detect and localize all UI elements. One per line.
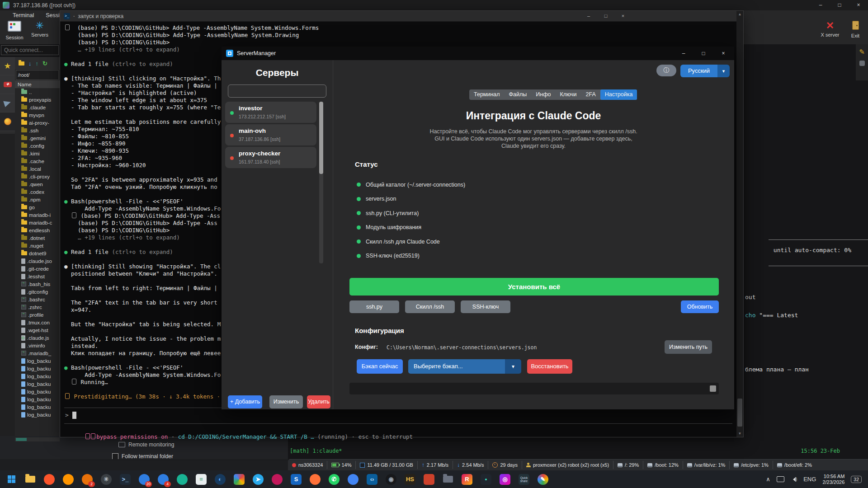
quick-share-icon[interactable]: Quick share [517, 473, 531, 486]
hearthstone-icon[interactable]: HS [403, 473, 417, 486]
dark-folder-icon[interactable] [441, 473, 455, 486]
vscode-icon[interactable]: ‹› [365, 473, 379, 486]
server-search-input[interactable] [228, 84, 326, 98]
file-row[interactable]: mariadb-i [15, 211, 60, 219]
file-row[interactable]: .claude.js [15, 334, 60, 342]
tray-clock[interactable]: 10:56 AM 2/23/2026 [822, 474, 844, 485]
sftp-path-field[interactable]: /root/ [16, 70, 59, 80]
install-all-button[interactable]: Установить всё [349, 278, 719, 296]
chevron-down-icon[interactable]: ▾ [505, 359, 521, 374]
file-row[interactable]: log_backu [15, 365, 60, 372]
install-ssh--button[interactable]: SSH-ключ [461, 300, 510, 313]
file-row[interactable]: .viminfo [15, 342, 60, 349]
teal-app-icon[interactable] [175, 473, 189, 486]
dark-blue-app-icon[interactable]: ◐ [213, 473, 227, 486]
tab-настройка[interactable]: Настройка [600, 89, 637, 100]
file-row[interactable]: log_backu [15, 372, 60, 380]
install--ssh-button[interactable]: Скилл /ssh [405, 300, 455, 313]
file-row[interactable]: .kimi [15, 150, 60, 157]
scrollbar-thumb[interactable] [16, 438, 27, 441]
sidebar-tab-tools[interactable]: ✚ [0, 75, 15, 94]
scroll-up-icon[interactable]: ▲ [736, 12, 743, 16]
file-row[interactable]: .bashrc [15, 296, 60, 303]
statusbar-item[interactable]: proxmoxer (x2) robot (x2) root (x5) [522, 461, 613, 469]
checkbox-icon[interactable] [112, 453, 118, 460]
close-icon[interactable]: × [849, 0, 868, 10]
tool-icon[interactable] [859, 61, 865, 66]
terminal-titlebar[interactable]: >_ · запуск и проверка [60, 11, 743, 22]
language-select[interactable]: Русский [680, 65, 717, 77]
close-icon[interactable]: × [614, 11, 632, 21]
toolbar-xserver-button[interactable]: ✕ X server [817, 21, 843, 38]
download-icon[interactable]: ↓ [28, 60, 32, 67]
file-row[interactable]: .zshrc [15, 303, 60, 311]
file-row[interactable]: .config [15, 142, 60, 150]
gallery-icon[interactable] [232, 473, 246, 486]
telegram-icon[interactable]: ➤ [251, 473, 265, 486]
file-row[interactable]: endlessh [15, 226, 60, 234]
blue-app-icon[interactable]: S [289, 473, 303, 486]
chevron-down-icon[interactable]: ▾ [717, 65, 730, 77]
file-row[interactable]: .dotnet [15, 234, 60, 242]
file-row[interactable]: .cache [15, 157, 60, 165]
tab-файлы[interactable]: Файлы [505, 89, 532, 100]
firefox-icon[interactable] [61, 473, 75, 486]
dark-dot-app-icon[interactable]: • [479, 473, 493, 486]
scroll-down-icon[interactable]: ▼ [736, 432, 743, 436]
sidebar-tab-sessions[interactable]: ★ [0, 57, 15, 75]
follow-terminal-folder-checkbox[interactable]: Follow terminal folder [112, 453, 173, 460]
file-row[interactable]: .codex [15, 188, 60, 196]
start-button[interactable] [5, 473, 18, 486]
file-row[interactable]: mariadb-c [15, 219, 60, 226]
server-list-scrollbar[interactable] [319, 102, 323, 263]
file-row[interactable]: .nuget [15, 242, 60, 249]
file-row[interactable]: .mariadb_ [15, 349, 60, 357]
refresh-icon[interactable]: ↻ [42, 60, 47, 67]
file-row[interactable]: log_backu [15, 388, 60, 395]
folder-up-icon[interactable] [19, 61, 24, 66]
install-ssh-py-button[interactable]: ssh.py [349, 300, 399, 313]
pencil-icon[interactable]: ✎ [859, 48, 865, 56]
tab-терминал[interactable]: Терминал [469, 89, 505, 100]
add-server-button[interactable]: + Добавить [228, 395, 262, 408]
maximize-icon[interactable]: □ [830, 0, 849, 10]
instagram-icon[interactable]: ◎ [498, 473, 512, 486]
scrollbar-thumb[interactable] [710, 385, 716, 392]
file-row[interactable]: go [15, 203, 60, 211]
tray-volume-icon[interactable]: ) [791, 477, 797, 482]
file-row[interactable]: log_backu [15, 357, 60, 365]
minimize-icon[interactable]: – [580, 11, 597, 21]
file-row[interactable]: .lesshst [15, 272, 60, 280]
file-row[interactable]: log_backu [15, 380, 60, 388]
minimize-icon[interactable]: – [811, 0, 830, 10]
file-row[interactable]: proxyapis [15, 96, 60, 103]
quick-connect-input[interactable] [1, 45, 59, 55]
horizontal-scrollbar[interactable] [15, 437, 60, 441]
info-button[interactable]: ⓘ [656, 65, 676, 76]
terminal-input-box[interactable]: > [64, 408, 732, 424]
file-row[interactable]: .git-crede [15, 265, 60, 272]
statusbar-item[interactable]: 11.49 GB / 31.00 GB [355, 461, 417, 469]
notepad-icon[interactable]: ≡ [194, 473, 208, 486]
obs-icon[interactable]: ◉ [384, 473, 398, 486]
maximize-icon[interactable]: □ [693, 47, 713, 60]
tab-2fa[interactable]: 2FA [581, 89, 600, 100]
tab-ключи[interactable]: Ключи [555, 89, 581, 100]
server-item-main-ovh[interactable]: main-ovh37.187.136.86 [ssh] [225, 124, 316, 145]
file-row[interactable]: .. [15, 88, 60, 96]
chrome-icon-badge-20[interactable]: 20 [137, 473, 151, 486]
rider-icon[interactable]: R [460, 473, 474, 486]
file-row[interactable]: .bash_his [15, 280, 60, 288]
change-path-button[interactable]: Изменить путь [665, 340, 712, 354]
edit-server-button[interactable]: Изменить [269, 395, 303, 408]
restore-button[interactable]: Восстановить [527, 359, 572, 374]
scrollbar-thumb[interactable] [737, 399, 742, 427]
tray-display-icon[interactable] [777, 476, 784, 482]
close-icon[interactable]: × [713, 47, 733, 60]
servermanager-titlebar[interactable]: ServerManager [222, 47, 734, 60]
sidebar-tab-sftp[interactable] [0, 113, 15, 131]
file-row[interactable]: log_backu [15, 411, 60, 418]
statusbar-item[interactable]: /: 29% [613, 461, 643, 469]
file-row[interactable]: dotnet9 [15, 249, 60, 257]
statusbar-item[interactable]: /etc/pve: 1% [729, 461, 773, 469]
